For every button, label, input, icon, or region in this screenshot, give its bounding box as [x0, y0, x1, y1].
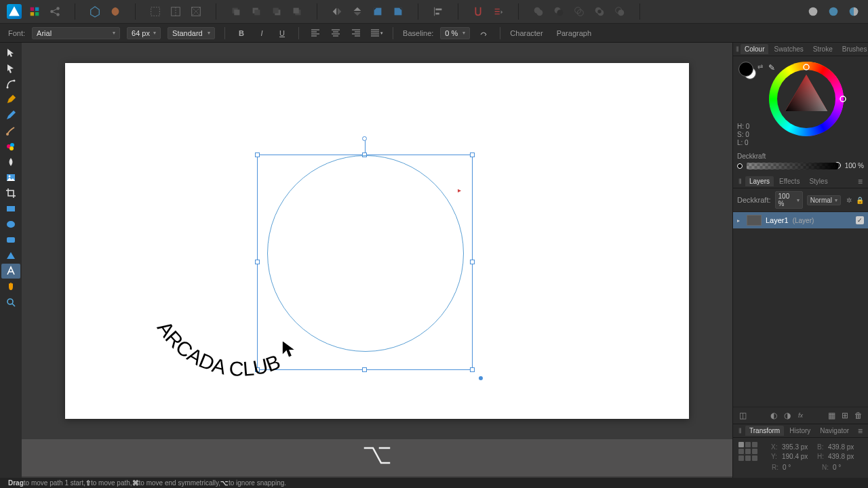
- transform-x-field[interactable]: 395.3 px: [782, 443, 812, 451]
- resize-handle-tr[interactable]: [470, 152, 475, 157]
- order-forward-icon[interactable]: [269, 4, 284, 19]
- opacity-slider[interactable]: [747, 163, 838, 169]
- resize-handle-tl[interactable]: [255, 152, 260, 157]
- align-right-text-icon[interactable]: [349, 26, 363, 40]
- add-layer-icon[interactable]: ⊞: [840, 410, 850, 421]
- opacity-knob[interactable]: [834, 162, 841, 169]
- expand-layer-icon[interactable]: ▸: [737, 218, 743, 224]
- tab-stroke[interactable]: Stroke: [809, 44, 837, 54]
- rounded-rect-tool-icon[interactable]: [1, 232, 20, 247]
- corner-tool-icon[interactable]: [1, 77, 20, 92]
- paragraph-panel-button[interactable]: Paragraph: [557, 29, 591, 37]
- transform-h-field[interactable]: 439.8 px: [828, 453, 858, 460]
- transform-y-field[interactable]: 190.4 px: [782, 453, 812, 460]
- view-retina-icon[interactable]: [826, 4, 841, 19]
- triangle-tool-icon[interactable]: [1, 248, 20, 263]
- snapping-dropdown-icon[interactable]: [491, 4, 506, 19]
- pan-tool-icon[interactable]: [1, 279, 20, 294]
- italic-button[interactable]: I: [255, 26, 269, 40]
- fill-tool-icon[interactable]: [1, 139, 20, 154]
- tab-navigator[interactable]: Navigator: [816, 426, 853, 436]
- blend-mode-field[interactable]: Normal: [807, 195, 841, 205]
- font-family-field[interactable]: Arial: [32, 27, 120, 39]
- snap-edges-icon[interactable]: [148, 4, 163, 19]
- tab-history[interactable]: History: [785, 426, 814, 436]
- move-tool-icon[interactable]: [1, 45, 20, 60]
- delete-layer-icon[interactable]: 🗑: [853, 410, 864, 421]
- tab-transform[interactable]: Transform: [745, 426, 784, 436]
- mask-layer-icon[interactable]: ◐: [768, 410, 779, 421]
- fx-icon[interactable]: fx: [795, 410, 806, 421]
- add-pixel-layer-icon[interactable]: ▦: [826, 410, 837, 421]
- assets-icon[interactable]: [87, 4, 102, 19]
- tab-brushes[interactable]: Brushes: [838, 44, 868, 54]
- rectangle-tool-icon[interactable]: [1, 201, 20, 216]
- layer-visible-checkbox[interactable]: ✓: [856, 216, 864, 224]
- order-backward-icon[interactable]: [249, 4, 264, 19]
- transparency-tool-icon[interactable]: [1, 155, 20, 169]
- symbols-icon[interactable]: [108, 4, 123, 19]
- bool-intersect-icon[interactable]: [572, 4, 587, 19]
- fill-colour-well[interactable]: [738, 62, 753, 77]
- bool-xor-icon[interactable]: [592, 4, 607, 19]
- font-size-field[interactable]: 64 px: [127, 27, 161, 39]
- snap-all-icon[interactable]: [189, 4, 203, 19]
- font-style-field[interactable]: Standard: [167, 27, 215, 39]
- transform-s-field[interactable]: 0 °: [833, 464, 863, 471]
- underline-button[interactable]: U: [275, 26, 289, 40]
- layer-list[interactable]: ▸ Layer1 (Layer) ✓: [733, 212, 868, 407]
- place-image-tool-icon[interactable]: [1, 170, 20, 185]
- snapping-icon[interactable]: [471, 4, 486, 19]
- selection-bounds[interactable]: ▸: [257, 155, 473, 370]
- resize-handle-br[interactable]: [470, 367, 475, 372]
- pencil-tool-icon[interactable]: [1, 108, 20, 123]
- flip-vertical-icon[interactable]: [350, 4, 365, 19]
- layer-lock-icon[interactable]: 🔒: [856, 196, 864, 204]
- resize-handle-bm[interactable]: [362, 367, 367, 372]
- anchor-selector[interactable]: [738, 442, 757, 461]
- bool-add-icon[interactable]: [531, 4, 546, 19]
- tab-effects[interactable]: Effects: [775, 176, 804, 186]
- colour-wheel[interactable]: [766, 58, 847, 140]
- share-icon[interactable]: [47, 4, 62, 19]
- persona-icon[interactable]: [27, 4, 42, 19]
- ellipse-tool-icon[interactable]: [1, 217, 20, 232]
- collapse-colour-icon[interactable]: ⦀: [736, 45, 739, 54]
- crop-tool-icon[interactable]: [1, 186, 20, 201]
- layer-opacity-field[interactable]: 100 %: [775, 191, 803, 209]
- skew-handle[interactable]: [479, 376, 483, 380]
- align-justify-text-icon[interactable]: ▾: [370, 26, 383, 40]
- path-end-marker[interactable]: ▸: [458, 186, 465, 190]
- collapse-transform-icon[interactable]: ⦀: [736, 426, 744, 435]
- align-left-icon[interactable]: [431, 4, 446, 19]
- edit-all-layers-icon[interactable]: ◫: [737, 410, 748, 421]
- resize-handle-bl[interactable]: [255, 367, 260, 372]
- brush-tool-icon[interactable]: [1, 123, 20, 138]
- rotation-handle[interactable]: [362, 136, 367, 141]
- bool-subtract-icon[interactable]: [551, 4, 566, 19]
- snap-midpoint-icon[interactable]: [168, 4, 183, 19]
- canvas-area[interactable]: ▸ ARCADA CLUB: [22, 43, 732, 478]
- rotate-cw-icon[interactable]: [391, 4, 406, 19]
- tab-layers[interactable]: Layers: [745, 176, 774, 186]
- transform-r-field[interactable]: 0 °: [783, 464, 812, 471]
- transform-menu-icon[interactable]: ≡: [855, 426, 865, 436]
- node-tool-icon[interactable]: [1, 61, 20, 76]
- view-outline-icon[interactable]: [846, 4, 861, 19]
- resize-handle-mr[interactable]: [470, 260, 475, 264]
- flip-horizontal-icon[interactable]: [330, 4, 344, 19]
- tab-swatches[interactable]: Swatches: [770, 44, 807, 54]
- artboard[interactable]: ▸ ARCADA CLUB: [65, 63, 689, 419]
- view-pixel-icon[interactable]: [806, 4, 821, 19]
- bool-divide-icon[interactable]: [612, 4, 627, 19]
- layer-row[interactable]: ▸ Layer1 (Layer) ✓: [733, 212, 868, 228]
- zoom-tool-icon[interactable]: [1, 295, 20, 310]
- rotate-ccw-icon[interactable]: [370, 4, 385, 19]
- baseline-field[interactable]: 0 %: [440, 27, 470, 39]
- transform-w-field[interactable]: 439.8 px: [828, 443, 858, 451]
- align-left-text-icon[interactable]: [309, 26, 322, 40]
- layer-cog-icon[interactable]: ✲: [845, 196, 853, 204]
- order-front-icon[interactable]: [290, 4, 304, 19]
- swap-colour-icon[interactable]: ⇄: [757, 63, 763, 70]
- layer-name[interactable]: Layer1: [766, 216, 789, 224]
